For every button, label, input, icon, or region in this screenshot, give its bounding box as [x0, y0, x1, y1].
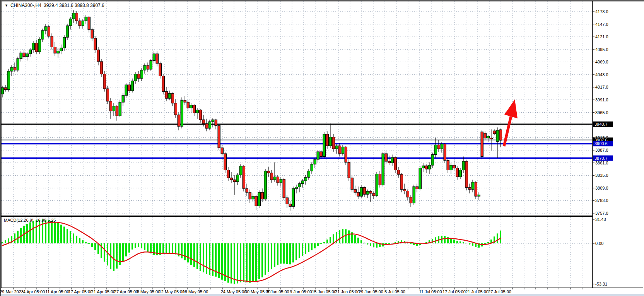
- candle-body: [323, 134, 326, 157]
- candle-body: [10, 67, 13, 71]
- macd-histogram-bar: [323, 242, 325, 243]
- candle-body: [94, 38, 97, 50]
- candle-body: [100, 62, 103, 74]
- macd-histogram-bar: [193, 243, 195, 267]
- macd-histogram-bar: [128, 243, 130, 253]
- candle-body: [51, 36, 53, 47]
- candle-body: [292, 188, 295, 206]
- candle-body: [7, 71, 10, 90]
- candle-body: [4, 88, 7, 90]
- candle-body: [471, 182, 474, 190]
- price-chart-canvas[interactable]: 4173.04147.04121.04095.04069.04043.04017…: [0, 0, 644, 296]
- macd-histogram-bar: [299, 243, 300, 258]
- macd-histogram-bar: [181, 243, 183, 258]
- macd-histogram-bar: [373, 243, 374, 247]
- candle-body: [329, 137, 332, 146]
- candle-body: [360, 188, 363, 197]
- time-axis-label: 8 May 05:00: [137, 289, 161, 294]
- macd-histogram-bar: [249, 243, 251, 283]
- symbol-dropdown-icon[interactable]: ▼: [5, 3, 8, 8]
- macd-histogram-bar: [261, 243, 263, 277]
- macd-histogram-bar: [54, 222, 56, 243]
- candle-body: [499, 130, 502, 140]
- macd-histogram-bar: [280, 243, 282, 263]
- candle-body: [270, 173, 273, 180]
- candle-body: [122, 96, 125, 103]
- macd-histogram-bar: [76, 236, 77, 243]
- candle-body: [131, 81, 134, 91]
- candle-body: [459, 170, 462, 177]
- macd-histogram-bar: [135, 243, 136, 248]
- macd-histogram-bar: [466, 243, 467, 243]
- macd-histogram-bar: [88, 243, 90, 244]
- macd-indicator-values: 16.90 5.25: [36, 218, 56, 222]
- candle-body: [484, 133, 487, 138]
- macd-histogram-bar: [184, 243, 186, 260]
- macd-histogram-bar: [456, 241, 458, 243]
- time-axis-label: 27 Apr 05:00: [114, 289, 138, 294]
- candle-body: [468, 188, 471, 190]
- macd-histogram-bar: [116, 243, 118, 269]
- macd-histogram-bar: [39, 220, 40, 243]
- candle-body: [109, 101, 112, 111]
- macd-histogram-bar: [36, 220, 37, 243]
- macd-histogram-bar: [292, 243, 294, 262]
- macd-histogram-bar: [413, 243, 415, 245]
- time-axis-label: 5 Jul 05:00: [384, 289, 405, 294]
- candle-body: [159, 63, 162, 76]
- candle-body: [97, 50, 100, 62]
- candle-body: [79, 21, 81, 26]
- candle-body: [153, 54, 155, 61]
- candle-body: [140, 70, 143, 79]
- candle-body: [351, 178, 354, 190]
- candle-body: [379, 174, 381, 185]
- candle-body: [91, 29, 94, 38]
- macd-histogram-bar: [141, 243, 142, 248]
- candle-body: [14, 67, 16, 70]
- candle-body: [17, 58, 19, 70]
- candle-body: [280, 179, 282, 183]
- time-axis-label: 29 Jun 05:00: [359, 289, 383, 294]
- macd-histogram-bar: [29, 222, 31, 243]
- chart-title-ohlc: 3929.4 3931.6 3893.8 3907.6: [44, 3, 104, 8]
- macd-histogram-bar: [376, 243, 378, 248]
- candle-body: [425, 166, 428, 169]
- candle-body: [1, 88, 4, 94]
- candle-body: [230, 178, 233, 180]
- candle-body: [475, 182, 477, 196]
- macd-histogram-bar: [138, 243, 139, 247]
- macd-histogram-bar: [460, 241, 461, 243]
- candle-body: [63, 37, 66, 48]
- macd-histogram-bar: [432, 239, 433, 243]
- time-axis-label: 5 Jun 05:00: [267, 289, 289, 294]
- candle-body: [171, 94, 174, 103]
- macd-histogram-bar: [435, 237, 436, 243]
- macd-histogram-bar: [255, 243, 257, 281]
- macd-histogram-bar: [326, 240, 328, 243]
- candle-body: [252, 196, 255, 199]
- macd-histogram-bar: [339, 230, 340, 243]
- macd-histogram-bar: [360, 240, 362, 243]
- macd-histogram-bar: [475, 243, 477, 247]
- candle-body: [150, 61, 152, 70]
- candle-body: [403, 190, 406, 191]
- macd-histogram-bar: [73, 233, 74, 243]
- resistance-price-label: 3940.7: [594, 122, 608, 127]
- price-axis-label: 3757.0: [595, 211, 608, 216]
- macd-histogram-bar: [63, 227, 65, 243]
- candle-body: [44, 27, 47, 31]
- candle-body: [143, 65, 146, 70]
- candle-body: [304, 177, 307, 181]
- candle-body: [283, 179, 285, 198]
- macd-histogram-bar: [497, 233, 498, 243]
- candle-body: [314, 159, 316, 164]
- macd-histogram-bar: [231, 243, 232, 284]
- candle-body: [20, 53, 22, 58]
- candle-body: [196, 110, 199, 113]
- candle-body: [227, 170, 230, 178]
- macd-histogram-bar: [265, 243, 266, 275]
- candle-body: [72, 13, 75, 19]
- candle-body: [388, 161, 391, 163]
- candle-body: [29, 50, 32, 54]
- candle-body: [174, 103, 177, 115]
